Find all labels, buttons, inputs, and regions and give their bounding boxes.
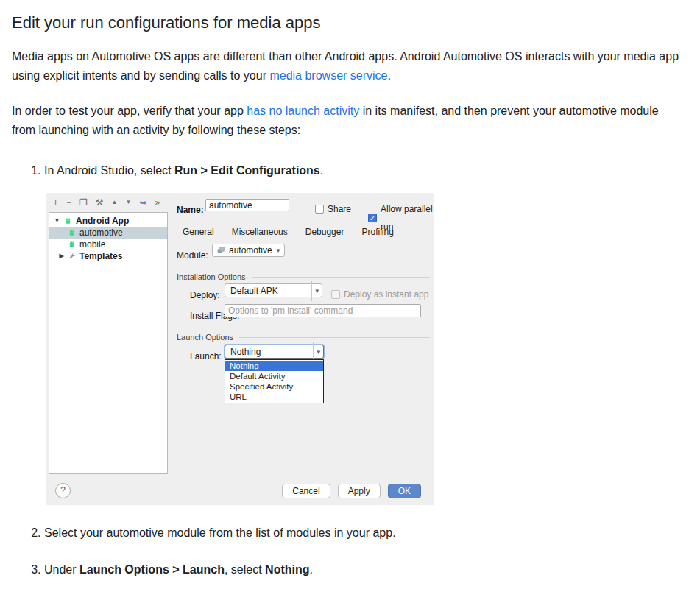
tab-miscellaneous[interactable]: Miscellaneous xyxy=(232,223,288,241)
tree-group-label: Templates xyxy=(79,247,122,265)
step-2: Select your automotive module from the l… xyxy=(44,524,679,542)
text-run: . xyxy=(320,164,323,177)
deploy-instant-app-checkbox[interactable]: Deploy as instant app xyxy=(331,286,428,303)
share-checkbox[interactable]: Share xyxy=(315,200,351,218)
deploy-instant-app-label: Deploy as instant app xyxy=(344,286,428,303)
text-run: Under xyxy=(44,563,79,576)
text-run: In order to test your app, verify that y… xyxy=(12,105,247,117)
help-button[interactable]: ? xyxy=(55,483,71,498)
apply-button[interactable]: Apply xyxy=(338,484,381,498)
checkbox-unchecked-icon[interactable] xyxy=(315,205,324,214)
tree-item-automotive[interactable]: automotive xyxy=(49,227,167,239)
launch-dropdown-popup: Nothing Default Activity Specified Activ… xyxy=(225,359,324,403)
text-run: Select your automotive module from the l… xyxy=(44,526,396,539)
step-3: Under Launch Options > Launch, select No… xyxy=(44,561,679,579)
text-run: . xyxy=(387,69,390,82)
name-label: Name: xyxy=(177,201,204,219)
add-icon[interactable]: + xyxy=(53,197,58,208)
module-label: Module: xyxy=(177,247,208,264)
move-to-folder-icon[interactable]: ➥ xyxy=(139,197,146,208)
cancel-button[interactable]: Cancel xyxy=(282,484,330,498)
module-dropdown[interactable]: automotive ▾ xyxy=(212,244,285,257)
tree-group-templates[interactable]: ▶ Templates xyxy=(49,250,167,262)
module-icon xyxy=(217,247,225,254)
configurations-tree: ▼ Android App automotive xyxy=(49,212,168,474)
move-down-icon[interactable]: ▼ xyxy=(125,197,131,208)
media-browser-service-link[interactable]: media browser service xyxy=(269,69,387,82)
text-run: , select xyxy=(225,563,265,576)
install-flags-input[interactable] xyxy=(225,304,421,317)
name-input[interactable] xyxy=(205,199,289,211)
tab-general[interactable]: General xyxy=(183,223,214,241)
copy-icon[interactable]: ❐ xyxy=(79,197,88,208)
doc-page: Edit your run configurations for media a… xyxy=(0,0,700,589)
run-config-screenshot: + − ❐ ⚒ ▲ ▼ ➥ » ▼ Android App xyxy=(46,193,434,505)
chevron-down-icon: ▾ xyxy=(311,281,322,301)
chevron-down-icon[interactable]: ▼ xyxy=(54,212,60,230)
deploy-label: Deploy: xyxy=(190,286,220,304)
launch-value: Nothing xyxy=(225,343,313,361)
popup-option-default-activity[interactable]: Default Activity xyxy=(225,371,323,381)
launch-label: Launch: xyxy=(190,348,222,365)
chevron-down-icon: ▾ xyxy=(277,241,280,259)
step-1: In Android Studio, select Run > Edit Con… xyxy=(44,162,679,505)
steps-list: In Android Studio, select Run > Edit Con… xyxy=(12,162,679,589)
config-toolbar: + − ❐ ⚒ ▲ ▼ ➥ » xyxy=(53,197,160,208)
text-run: In Android Studio, select xyxy=(44,164,174,177)
android-icon xyxy=(68,241,76,249)
no-launch-activity-link[interactable]: has no launch activity xyxy=(247,105,359,117)
toolbar-overflow-icon[interactable]: » xyxy=(155,197,160,208)
text-run: . xyxy=(310,563,313,576)
wrench-icon xyxy=(68,253,76,260)
deploy-value: Default APK xyxy=(225,282,311,300)
popup-option-url[interactable]: URL xyxy=(225,392,323,402)
move-up-icon[interactable]: ▲ xyxy=(112,197,118,208)
dialog-buttons: Cancel Apply OK xyxy=(282,484,421,498)
edit-templates-icon[interactable]: ⚒ xyxy=(96,197,104,208)
popup-option-nothing[interactable]: Nothing xyxy=(225,361,323,371)
intro-paragraph-2: In order to test your app, verify that y… xyxy=(12,102,679,140)
launch-options-bold: Launch Options > Launch xyxy=(79,563,225,576)
checkbox-checked-icon[interactable]: ✓ xyxy=(368,214,377,222)
tab-profiling[interactable]: Profiling xyxy=(361,223,393,241)
checkbox-disabled-icon xyxy=(331,290,340,299)
ok-button[interactable]: OK xyxy=(388,484,421,498)
intro-paragraph-1: Media apps on Automotive OS apps are dif… xyxy=(12,47,679,85)
deploy-dropdown[interactable]: Default APK ▾ xyxy=(225,283,322,297)
run-edit-configurations-bold: Run > Edit Configurations xyxy=(174,164,320,177)
tab-debugger[interactable]: Debugger xyxy=(305,223,344,241)
share-label: Share xyxy=(328,200,351,218)
popup-option-specified-activity[interactable]: Specified Activity xyxy=(225,381,323,392)
android-icon xyxy=(64,217,72,225)
page-title: Edit your run configurations for media a… xyxy=(12,13,679,32)
nothing-bold: Nothing xyxy=(265,563,309,576)
launch-dropdown[interactable]: Nothing ▾ xyxy=(225,345,324,359)
android-icon xyxy=(68,229,76,237)
chevron-right-icon[interactable]: ▶ xyxy=(58,247,65,265)
module-value: automotive xyxy=(229,241,272,259)
remove-icon[interactable]: − xyxy=(66,197,71,208)
